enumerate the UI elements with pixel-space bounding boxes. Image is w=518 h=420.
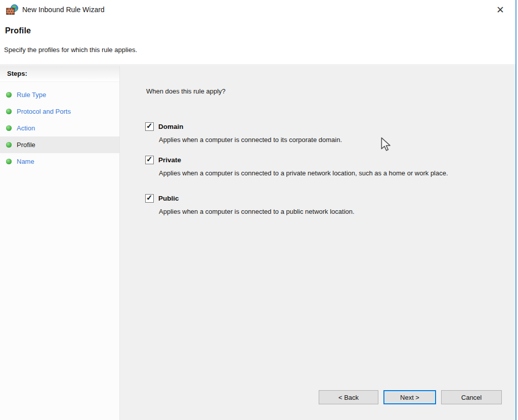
main-panel: When does this rule apply? ✓ Domain Appl…: [120, 66, 515, 420]
wizard-header: New Inbound Rule Wizard ✕ Profile Specif…: [0, 0, 515, 65]
steps-sidebar: Steps: Rule Type Protocol and Ports Acti…: [0, 66, 120, 420]
checkmark-icon: ✓: [146, 121, 153, 130]
sidebar-item-rule-type[interactable]: Rule Type: [0, 86, 119, 103]
public-checkbox-label[interactable]: Public: [158, 195, 179, 202]
sidebar-item-name[interactable]: Name: [0, 153, 119, 170]
step-complete-bullet-icon: [6, 125, 12, 131]
steps-list: Rule Type Protocol and Ports Action Prof…: [0, 82, 119, 170]
cancel-button[interactable]: Cancel: [441, 390, 502, 404]
domain-description: Applies when a computer is connected to …: [159, 135, 468, 144]
sidebar-item-label: Protocol and Ports: [17, 108, 71, 115]
close-icon[interactable]: ✕: [493, 3, 507, 17]
window-accent-border: [515, 0, 516, 420]
sidebar-item-label: Name: [17, 158, 34, 165]
back-button[interactable]: < Back: [319, 390, 378, 404]
sidebar-item-action[interactable]: Action: [0, 120, 119, 136]
sidebar-item-label: Action: [17, 124, 35, 132]
sidebar-item-label: Profile: [17, 141, 35, 149]
public-checkbox[interactable]: ✓: [145, 194, 154, 203]
profile-option-public: ✓ Public Applies when a computer is conn…: [145, 194, 468, 216]
sidebar-item-profile[interactable]: Profile: [0, 136, 119, 153]
step-complete-bullet-icon: [6, 159, 12, 164]
checkmark-icon: ✓: [146, 193, 153, 202]
sidebar-item-protocol-and-ports[interactable]: Protocol and Ports: [0, 103, 119, 120]
domain-checkbox-label[interactable]: Domain: [158, 123, 184, 130]
public-description: Applies when a computer is connected to …: [159, 207, 468, 216]
window-title: New Inbound Rule Wizard: [22, 6, 105, 14]
private-checkbox-label[interactable]: Private: [158, 156, 181, 164]
private-description: Applies when a computer is connected to …: [159, 169, 468, 177]
profile-option-private: ✓ Private Applies when a computer is con…: [145, 156, 468, 177]
step-complete-bullet-icon: [6, 142, 12, 148]
private-checkbox[interactable]: ✓: [145, 156, 154, 164]
sidebar-item-label: Rule Type: [17, 91, 46, 99]
page-subtitle: Specify the profiles for which this rule…: [4, 46, 137, 54]
page-title: Profile: [5, 26, 31, 35]
step-complete-bullet-icon: [6, 109, 12, 114]
checkmark-icon: ✓: [146, 155, 153, 164]
profile-option-domain: ✓ Domain Applies when a computer is conn…: [145, 122, 468, 144]
firewall-icon: [6, 4, 18, 16]
wizard-body: Steps: Rule Type Protocol and Ports Acti…: [0, 66, 515, 420]
steps-heading: Steps:: [0, 66, 119, 82]
question-text: When does this rule apply?: [146, 87, 226, 95]
step-complete-bullet-icon: [6, 92, 12, 98]
titlebar: New Inbound Rule Wizard ✕: [0, 0, 515, 20]
wizard-window: New Inbound Rule Wizard ✕ Profile Specif…: [0, 0, 518, 420]
next-button[interactable]: Next >: [383, 390, 436, 404]
domain-checkbox[interactable]: ✓: [145, 122, 154, 131]
